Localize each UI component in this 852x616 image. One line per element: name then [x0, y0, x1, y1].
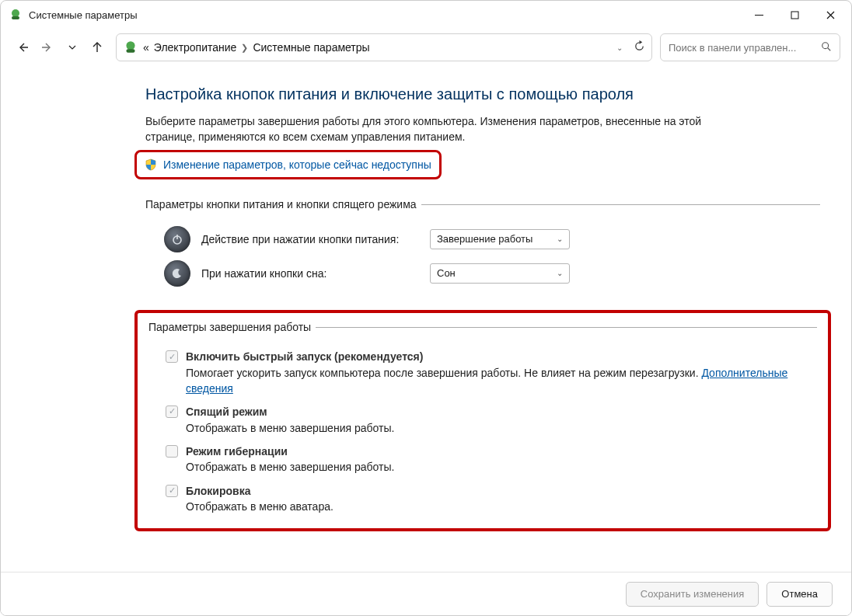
svg-point-4 — [126, 41, 134, 50]
chevron-right-icon: ❯ — [241, 43, 248, 53]
svg-rect-3 — [791, 12, 798, 19]
option-hibernate: Режим гибернации Отображать в меню завер… — [166, 444, 817, 475]
chevron-down-icon[interactable]: ⌄ — [616, 44, 623, 52]
highlight-shutdown-options: Параметры завершения работы ✓ Включить б… — [134, 310, 831, 531]
svg-point-0 — [12, 9, 19, 17]
option-desc: Отображать в меню аватара. — [186, 499, 333, 514]
breadcrumb-prefix: « — [143, 41, 149, 54]
sleep-button-label: При нажатии кнопки сна: — [201, 266, 419, 281]
sleep-button-row: При нажатии кнопки сна: Сон ⌄ — [164, 260, 820, 287]
svg-rect-5 — [126, 49, 134, 52]
power-buttons-legend: Параметры кнопки питания и кнопки спящег… — [145, 197, 421, 212]
app-icon — [9, 8, 23, 22]
power-button-row: Действие при нажатии кнопки питания: Зав… — [164, 226, 820, 252]
option-sleep: ✓ Спящий режим Отображать в меню заверше… — [166, 404, 817, 436]
option-desc: Отображать в меню завершения работы. — [186, 420, 394, 436]
recent-dropdown[interactable] — [61, 37, 83, 58]
power-buttons-group: Параметры кнопки питания и кнопки спящег… — [145, 197, 820, 294]
breadcrumb-icon — [123, 40, 138, 55]
shutdown-options-group: Параметры завершения работы ✓ Включить б… — [148, 319, 817, 514]
power-button-select[interactable]: Завершение работы ⌄ — [430, 229, 570, 249]
option-title: Спящий режим — [186, 404, 394, 419]
svg-rect-1 — [12, 16, 19, 19]
search-input[interactable] — [669, 42, 816, 54]
search-icon[interactable] — [821, 41, 832, 54]
window-title: Системные параметры — [29, 9, 137, 21]
power-button-label: Действие при нажатии кнопки питания: — [201, 231, 419, 247]
checkbox-fast-startup[interactable]: ✓ — [166, 350, 178, 363]
checkbox-hibernate[interactable] — [166, 445, 178, 458]
cancel-button[interactable]: Отмена — [766, 582, 833, 607]
power-button-value: Завершение работы — [437, 232, 532, 247]
svg-rect-2 — [755, 15, 763, 16]
sleep-icon — [164, 260, 190, 287]
option-fast-startup: ✓ Включить быстрый запуск (рекомендуется… — [166, 349, 817, 396]
titlebar: Системные параметры — [1, 1, 851, 29]
content-pane: Настройка кнопок питания и включение защ… — [1, 66, 851, 531]
forward-button[interactable] — [37, 37, 58, 58]
option-title: Включить быстрый запуск (рекомендуется) — [186, 349, 817, 364]
minimize-button[interactable] — [741, 3, 777, 26]
page-heading: Настройка кнопок питания и включение защ… — [145, 83, 820, 106]
option-desc: Отображать в меню завершения работы. — [186, 459, 394, 475]
maximize-button[interactable] — [777, 3, 812, 26]
window-controls — [741, 3, 848, 26]
option-title: Режим гибернации — [186, 444, 394, 459]
page-intro: Выберите параметры завершения работы для… — [145, 113, 721, 145]
checkbox-sleep[interactable]: ✓ — [166, 405, 178, 418]
option-desc: Помогает ускорить запуск компьютера посл… — [186, 365, 817, 397]
highlight-unlock-link: Изменение параметров, которые сейчас нед… — [134, 150, 442, 179]
svg-rect-8 — [176, 235, 178, 239]
svg-point-6 — [822, 42, 829, 48]
breadcrumb-item-1[interactable]: Электропитание — [154, 41, 237, 54]
search-box[interactable] — [660, 33, 840, 61]
close-button[interactable] — [812, 3, 848, 26]
shield-icon — [145, 158, 157, 171]
footer: Сохранить изменения Отмена — [1, 572, 851, 615]
address-bar[interactable]: « Электропитание ❯ Системные параметры ⌄ — [116, 33, 652, 61]
option-lock: ✓ Блокировка Отображать в меню аватара. — [166, 483, 817, 515]
back-button[interactable] — [12, 37, 33, 58]
up-button[interactable] — [86, 37, 108, 58]
save-button[interactable]: Сохранить изменения — [626, 582, 759, 607]
unlock-settings-link[interactable]: Изменение параметров, которые сейчас нед… — [163, 157, 431, 172]
breadcrumb-item-2[interactable]: Системные параметры — [253, 41, 369, 54]
nav-toolbar: « Электропитание ❯ Системные параметры ⌄ — [1, 29, 851, 66]
sleep-button-select[interactable]: Сон ⌄ — [430, 263, 570, 284]
refresh-button[interactable] — [634, 40, 645, 54]
checkbox-lock[interactable]: ✓ — [166, 485, 178, 497]
power-icon — [164, 226, 190, 252]
option-title: Блокировка — [186, 483, 333, 499]
shutdown-options-legend: Параметры завершения работы — [148, 319, 316, 335]
chevron-down-icon: ⌄ — [557, 234, 563, 245]
chevron-down-icon: ⌄ — [557, 268, 563, 280]
sleep-button-value: Сон — [437, 266, 456, 281]
